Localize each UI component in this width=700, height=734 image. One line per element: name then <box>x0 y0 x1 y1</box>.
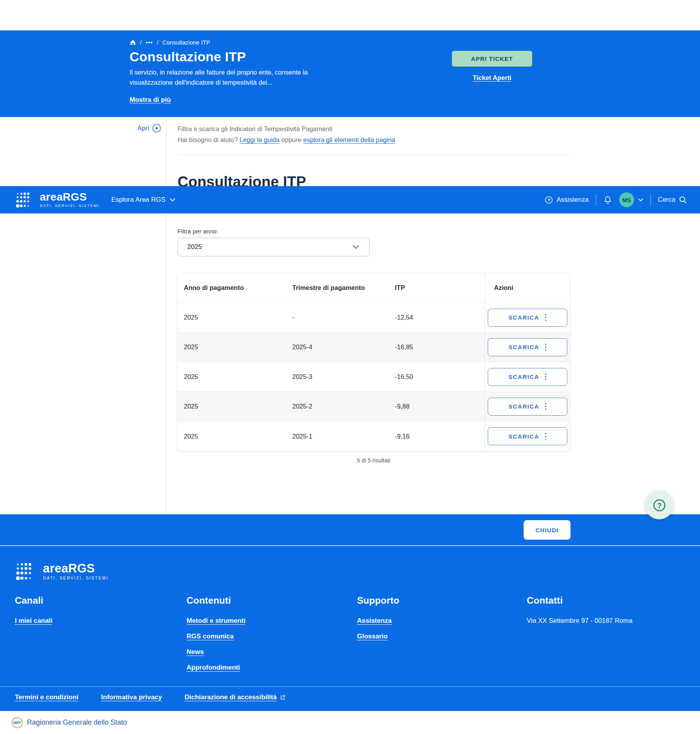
download-button[interactable]: SCARICA <box>488 398 567 416</box>
chevron-down-icon <box>352 244 360 250</box>
cell-trimestre: 2025-1 <box>286 433 389 440</box>
breadcrumb-separator: / <box>140 39 142 46</box>
footer-brand-logo: areaRGS DATI, SERVIZI, SISTEMI. <box>15 562 110 581</box>
kebab-menu-icon[interactable] <box>545 343 547 351</box>
kebab-menu-icon[interactable] <box>545 403 547 410</box>
cell-anno: 2025 <box>178 314 286 321</box>
download-button[interactable]: SCARICA <box>488 368 567 386</box>
cell-itp: -16,85 <box>389 343 485 351</box>
table-header-row: Anno di pagamento Trimestre di pagamento… <box>178 273 570 303</box>
open-tickets-link[interactable]: Ticket Aperti <box>452 74 532 82</box>
institution-name: Ragioneria Generale dello Stato <box>27 718 127 727</box>
home-icon[interactable] <box>130 39 136 46</box>
download-button[interactable]: SCARICA <box>488 338 567 356</box>
cell-anno: 2025 <box>178 433 286 440</box>
user-menu[interactable]: MS <box>619 192 643 207</box>
show-more-link[interactable]: Mostra di più <box>130 96 171 104</box>
footer-col-title: Canali <box>15 595 52 606</box>
dot-matrix-logo-icon <box>15 562 36 581</box>
footer-link[interactable]: I miei canali <box>15 617 52 624</box>
svg-text:?: ? <box>547 197 550 202</box>
footer-brand-wordmark: areaRGS DATI, SERVIZI, SISTEMI. <box>43 563 110 580</box>
svg-text:?: ? <box>657 501 662 509</box>
accessibility-link[interactable]: Dichiarazione di accessibilità <box>185 693 286 701</box>
intro-line1: Filtra e scarica gli Indicatori di Tempe… <box>178 124 395 134</box>
header-azioni: Azioni <box>485 273 570 302</box>
download-label: SCARICA <box>508 433 539 440</box>
help-prefix: Hai bisogno di aiuto? <box>178 136 238 143</box>
brand-logo[interactable]: areaRGS DATI, SERVIZI, SISTEMI. <box>15 191 101 208</box>
explore-elements-link[interactable]: esplora gli elementi della pagina <box>303 136 395 143</box>
avatar: MS <box>619 192 634 207</box>
open-ticket-button[interactable]: APRI TICKET <box>452 51 532 67</box>
footer-link[interactable]: Approfondimenti <box>187 664 240 671</box>
hero-title: Consultazione ITP <box>130 49 246 64</box>
open-panel-toggle[interactable]: Apri <box>137 124 161 133</box>
terms-link[interactable]: Termini e condizioni <box>15 693 78 701</box>
search-label: Cerca <box>658 196 675 204</box>
external-link-icon <box>280 694 286 700</box>
kebab-menu-icon[interactable] <box>545 314 547 321</box>
footer-link[interactable]: Metodi e strumenti <box>187 617 245 624</box>
left-divider <box>166 117 166 514</box>
footer-col-title: Contenuti <box>187 595 245 606</box>
results-count: 5 di 5 risultati <box>178 457 570 464</box>
kebab-menu-icon[interactable] <box>545 433 547 440</box>
footer-links-list: I miei canali <box>15 617 52 625</box>
cell-itp: -9,16 <box>389 433 485 440</box>
header-anno: Anno di pagamento <box>178 284 286 291</box>
cell-trimestre: - <box>286 314 389 321</box>
download-label: SCARICA <box>508 373 539 380</box>
download-button[interactable]: SCARICA <box>488 427 567 445</box>
breadcrumb-ellipsis[interactable]: ••• <box>146 39 153 46</box>
explore-menu[interactable]: Esplora Area RGS <box>111 196 176 204</box>
open-panel-label: Apri <box>137 124 149 132</box>
table-row: 2025 2025-4 -16,85 SCARICA <box>178 332 570 362</box>
footer-link[interactable]: News <box>187 648 204 656</box>
read-guide-link[interactable]: Leggi la guida <box>240 136 280 143</box>
download-button[interactable]: SCARICA <box>488 309 567 327</box>
footer-col-contenuti: Contenuti Metodi e strumenti RGS comunic… <box>187 595 245 679</box>
question-circle-icon: ? <box>652 498 666 512</box>
search-button[interactable]: Cerca <box>658 196 687 204</box>
nav-separator <box>596 194 596 206</box>
year-filter-label: Filtra per anno: <box>178 228 218 235</box>
page: / ••• / Consultazione ITP Consultazione … <box>0 0 700 734</box>
cell-trimestre: 2025-2 <box>286 403 389 410</box>
footer-link[interactable]: Glossario <box>357 633 387 640</box>
institution-bar: MEF Ragioneria Generale dello Stato <box>0 711 700 734</box>
privacy-link[interactable]: Informativa privacy <box>101 693 162 701</box>
table-row: 2025 2025-1 -9,16 SCARICA <box>178 421 570 451</box>
cell-trimestre: 2025-3 <box>286 373 389 380</box>
breadcrumb-current: Consultazione ITP <box>162 39 210 46</box>
assistance-label: Assistenza <box>556 196 588 204</box>
download-label: SCARICA <box>508 314 539 321</box>
year-select-value: 2025 <box>187 243 202 251</box>
cell-itp: -16,50 <box>389 373 485 380</box>
breadcrumb: / ••• / Consultazione ITP <box>130 39 210 46</box>
footer-link[interactable]: Assistenza <box>357 617 392 624</box>
play-circle-icon <box>152 124 161 133</box>
intro-divider <box>178 155 570 155</box>
cell-anno: 2025 <box>178 343 286 351</box>
year-select[interactable]: 2025 <box>178 238 370 256</box>
hero-banner: / ••• / Consultazione ITP Consultazione … <box>0 30 700 117</box>
help-fab-button[interactable]: ? <box>645 491 673 519</box>
footer: areaRGS DATI, SERVIZI, SISTEMI. Canali I… <box>0 546 700 711</box>
chevron-down-icon <box>169 197 176 202</box>
intro-text: Filtra e scarica gli Indicatori di Tempe… <box>178 124 395 145</box>
footer-col-title: Supporto <box>357 595 399 606</box>
footer-col-canali: Canali I miei canali <box>15 595 52 633</box>
close-button[interactable]: CHIUDI <box>524 520 570 540</box>
footer-legal-links: Termini e condizioni Informativa privacy… <box>15 693 286 701</box>
or-text: oppure <box>281 136 301 143</box>
assistance-link[interactable]: ? Assistenza <box>545 196 588 204</box>
kebab-menu-icon[interactable] <box>545 373 547 380</box>
notifications-bell-icon[interactable] <box>603 195 612 204</box>
footer-links-list: Assistenza Glossario <box>357 617 399 640</box>
main-content: Apri Filtra e scarica gli Indicatori di … <box>0 117 700 514</box>
navbar: areaRGS DATI, SERVIZI, SISTEMI. Esplora … <box>0 186 700 213</box>
hero-description: Il servizio, in relazione alle fatture d… <box>130 67 342 87</box>
footer-link[interactable]: RGS comunica <box>187 633 234 640</box>
cell-itp: -12,54 <box>389 314 485 321</box>
